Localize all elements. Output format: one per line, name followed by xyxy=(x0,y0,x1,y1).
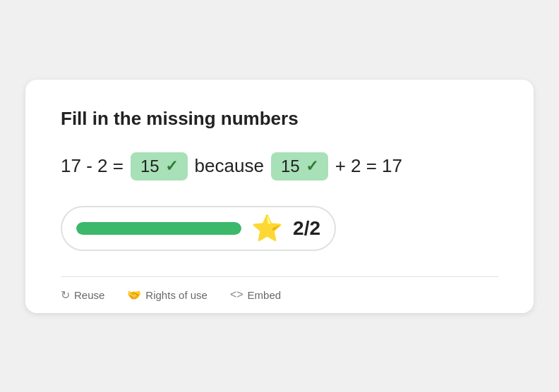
equation-suffix: + 2 = 17 xyxy=(335,155,402,177)
checkmark-icon-1: ✓ xyxy=(165,157,178,176)
rights-label: Rights of use xyxy=(145,289,208,301)
equation-prefix: 17 - 2 = xyxy=(61,155,124,177)
answer-box-1: 15 ✓ xyxy=(131,152,188,180)
embed-label: Embed xyxy=(248,289,282,301)
checkmark-icon-2: ✓ xyxy=(306,157,318,176)
equation-row: 17 - 2 = 15 ✓ because 15 ✓ + 2 = 17 xyxy=(61,152,498,180)
answer-box-2: 15 ✓ xyxy=(271,152,328,180)
embed-icon: <> xyxy=(230,288,244,301)
answer-value-1: 15 xyxy=(140,157,160,176)
question-title: Fill in the missing numbers xyxy=(61,108,498,130)
progress-container: ⭐ 2/2 xyxy=(61,206,336,251)
reuse-label: Reuse xyxy=(74,289,104,301)
equation-middle: because xyxy=(195,155,264,177)
footer: ↻ Reuse 🤝 Rights of use <> Embed xyxy=(61,276,498,313)
answer-value-2: 15 xyxy=(281,157,300,176)
score-text: 2/2 xyxy=(293,217,320,240)
reuse-button[interactable]: ↻ Reuse xyxy=(61,288,104,302)
rights-icon: 🤝 xyxy=(127,288,141,302)
progress-bar-bg xyxy=(76,222,241,235)
progress-bar-fill xyxy=(76,222,241,235)
rights-button[interactable]: 🤝 Rights of use xyxy=(127,288,208,302)
reuse-icon: ↻ xyxy=(61,288,70,302)
star-icon: ⭐ xyxy=(251,216,283,241)
main-card: Fill in the missing numbers 17 - 2 = 15 … xyxy=(25,80,534,313)
embed-button[interactable]: <> Embed xyxy=(230,288,281,301)
